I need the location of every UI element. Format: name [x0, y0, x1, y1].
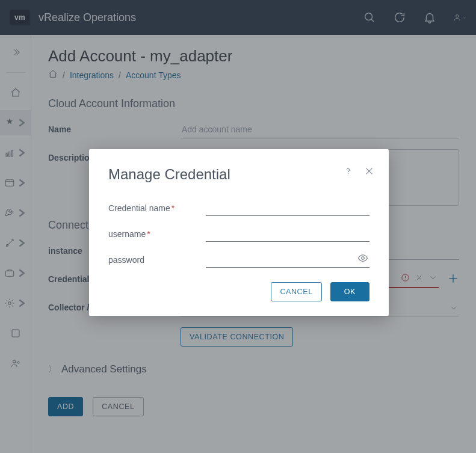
eye-icon[interactable]: [357, 253, 368, 266]
svg-point-20: [348, 173, 348, 174]
manage-credential-modal: Manage Credential Credential name* usern…: [89, 149, 389, 316]
credential-name-input[interactable]: [206, 200, 369, 216]
svg-point-23: [362, 257, 365, 260]
close-icon[interactable]: [364, 166, 374, 179]
password-label: password: [108, 255, 206, 265]
modal-ok-button[interactable]: OK: [330, 282, 369, 301]
password-input[interactable]: [206, 251, 369, 268]
help-icon[interactable]: [343, 166, 353, 179]
modal-title: Manage Credential: [108, 166, 369, 183]
username-input[interactable]: [206, 226, 369, 242]
username-label: username*: [108, 229, 206, 239]
credential-name-label: Credential name*: [108, 203, 206, 213]
modal-cancel-button[interactable]: CANCEL: [271, 282, 321, 301]
